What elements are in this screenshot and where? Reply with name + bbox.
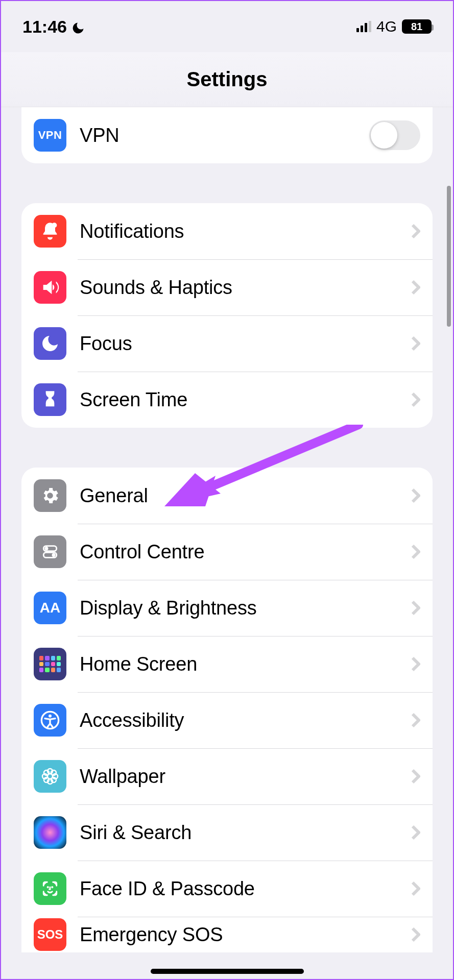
status-time: 11:46 [22, 17, 67, 37]
chevron-right-icon [411, 825, 420, 840]
control-centre-icon [34, 535, 66, 568]
row-focus[interactable]: Focus [21, 315, 433, 372]
row-wallpaper[interactable]: Wallpaper [21, 748, 433, 804]
home-screen-icon [34, 648, 66, 680]
row-notifications[interactable]: Notifications [21, 203, 433, 259]
row-label: Wallpaper [80, 766, 411, 788]
row-label: Screen Time [80, 389, 411, 411]
row-display[interactable]: AA Display & Brightness [21, 580, 433, 636]
row-label: VPN [80, 125, 369, 146]
wallpaper-icon [34, 760, 66, 793]
chevron-right-icon [411, 392, 420, 407]
chevron-right-icon [411, 488, 420, 503]
row-label: Focus [80, 333, 411, 355]
focus-icon [34, 327, 66, 360]
row-label: Accessibility [80, 709, 411, 731]
notifications-icon [34, 215, 66, 248]
home-indicator[interactable] [151, 969, 304, 974]
svg-point-6 [49, 715, 52, 718]
svg-point-4 [52, 553, 56, 557]
row-label: Face ID & Passcode [80, 878, 411, 900]
chevron-right-icon [411, 656, 420, 672]
row-screentime[interactable]: Screen Time [21, 372, 433, 428]
status-left: 11:46 [22, 17, 85, 37]
row-label: Sounds & Haptics [80, 277, 411, 299]
settings-list[interactable]: VPN VPN Notifications Sounds & Haptics F… [1, 107, 453, 979]
battery-percentage: 81 [411, 21, 422, 33]
svg-point-16 [47, 887, 48, 887]
chevron-right-icon [411, 224, 420, 239]
vpn-toggle[interactable] [369, 120, 420, 150]
network-label: 4G [376, 18, 397, 35]
siri-icon [34, 816, 66, 849]
chevron-right-icon [411, 713, 420, 728]
svg-point-2 [44, 547, 48, 550]
row-label: Control Centre [80, 541, 411, 563]
svg-point-0 [52, 223, 57, 228]
accessibility-icon [34, 704, 66, 737]
screentime-icon [34, 383, 66, 416]
chevron-right-icon [411, 544, 420, 559]
chevron-right-icon [411, 769, 420, 784]
row-emergency-sos[interactable]: SOS Emergency SOS [21, 917, 433, 952]
chevron-right-icon [411, 927, 420, 942]
faceid-icon [34, 872, 66, 905]
row-label: Home Screen [80, 653, 411, 675]
row-home-screen[interactable]: Home Screen [21, 636, 433, 692]
status-bar: 11:46 4G 81 [1, 1, 453, 52]
settings-group-network: VPN VPN [21, 107, 433, 163]
display-icon: AA [34, 592, 66, 624]
row-sounds[interactable]: Sounds & Haptics [21, 259, 433, 315]
row-vpn[interactable]: VPN VPN [21, 107, 433, 163]
settings-group-system: General Control Centre AA Display & Brig… [21, 468, 433, 952]
row-label: Display & Brightness [80, 597, 411, 619]
status-right: 4G 81 [356, 18, 432, 35]
row-label: General [80, 485, 411, 507]
sounds-icon [34, 271, 66, 304]
chevron-right-icon [411, 600, 420, 616]
chevron-right-icon [411, 280, 420, 295]
row-accessibility[interactable]: Accessibility [21, 692, 433, 748]
battery-icon: 81 [402, 19, 432, 34]
settings-group-alerts: Notifications Sounds & Haptics Focus Scr… [21, 203, 433, 428]
row-label: Notifications [80, 220, 411, 242]
sos-icon: SOS [34, 918, 66, 951]
chevron-right-icon [411, 881, 420, 896]
vpn-icon: VPN [34, 119, 66, 152]
chevron-right-icon [411, 336, 420, 351]
svg-point-17 [52, 887, 53, 887]
row-label: Siri & Search [80, 822, 411, 844]
row-siri[interactable]: Siri & Search [21, 804, 433, 861]
row-general[interactable]: General [21, 468, 433, 524]
row-control-centre[interactable]: Control Centre [21, 524, 433, 580]
do-not-disturb-icon [71, 19, 85, 34]
cellular-signal-icon [356, 21, 371, 32]
row-faceid[interactable]: Face ID & Passcode [21, 861, 433, 917]
general-icon [34, 479, 66, 512]
row-label: Emergency SOS [80, 924, 411, 946]
page-title: Settings [1, 52, 453, 107]
